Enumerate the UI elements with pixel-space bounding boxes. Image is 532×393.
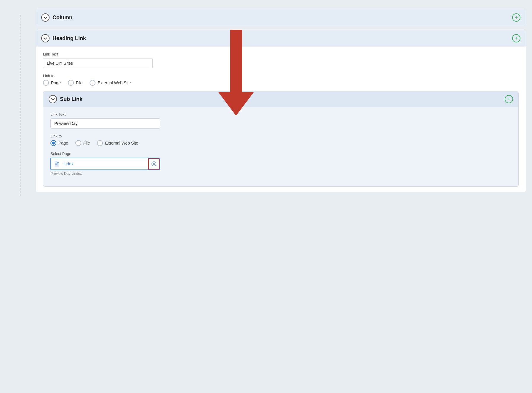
column-add-button[interactable]: + [512, 13, 520, 22]
left-sidebar [6, 9, 36, 196]
sub-link-radio-file-label: File [83, 141, 90, 145]
sub-link-text-group: Link Text [50, 112, 511, 129]
heading-link-title: Heading Link [52, 35, 86, 42]
heading-link-radio-page[interactable]: Page [43, 80, 61, 86]
heading-link-radio-external-circle [90, 80, 95, 86]
sidebar-line-1 [20, 15, 21, 105]
content-area: Column + Heading Link + [36, 9, 526, 196]
heading-link-radio-page-label: Page [51, 80, 61, 85]
sub-link-select-page-label: Select Page [50, 151, 511, 156]
sub-link-radio-file-circle [75, 140, 81, 146]
sub-link-radio-external[interactable]: External Web Site [97, 140, 138, 146]
heading-link-body: Link Text Link to Page File [36, 47, 526, 192]
sub-link-header-left: Sub Link [49, 95, 82, 103]
column-header-left: Column [41, 13, 72, 22]
sub-link-radio-group: Page File External Web Site [50, 140, 511, 146]
column-section: Column + [36, 9, 526, 26]
heading-link-section: Heading Link + Link Text Link to Page [36, 30, 526, 192]
sub-link-title: Sub Link [60, 96, 82, 102]
heading-link-to-label: Link to [43, 74, 519, 78]
heading-link-text-label: Link Text [43, 52, 519, 56]
page-wrapper: Column + Heading Link + [6, 9, 526, 196]
heading-link-radio-page-circle [43, 80, 49, 86]
column-collapse-button[interactable] [41, 13, 50, 22]
page-document-icon [51, 159, 62, 169]
sidebar-line-2 [20, 105, 21, 196]
sub-link-radio-external-label: External Web Site [105, 141, 138, 145]
heading-link-add-button[interactable]: + [512, 34, 520, 42]
heading-link-to-group: Link to Page File External Web Site [43, 74, 519, 86]
page-select-clear-button[interactable] [148, 158, 160, 169]
sub-link-radio-page-label: Page [58, 141, 68, 145]
heading-link-radio-file[interactable]: File [68, 80, 83, 86]
sub-link-collapse-button[interactable] [49, 95, 57, 103]
column-section-header: Column + [36, 9, 526, 26]
heading-link-text-input[interactable] [43, 58, 153, 68]
heading-link-radio-external-label: External Web Site [98, 80, 131, 85]
column-title: Column [52, 15, 72, 21]
sub-link-radio-external-circle [97, 140, 103, 146]
heading-link-radio-external[interactable]: External Web Site [90, 80, 131, 86]
sub-link-section: Sub Link + [43, 91, 519, 187]
heading-link-radio-file-label: File [76, 80, 83, 85]
heading-link-header-left: Heading Link [41, 34, 86, 42]
heading-link-radio-file-circle [68, 80, 74, 86]
sub-link-text-label: Link Text [50, 112, 511, 117]
heading-link-text-group: Link Text [43, 52, 519, 68]
sub-link-text-input[interactable] [50, 118, 160, 129]
selected-page-text: index [62, 159, 148, 169]
sub-link-page-select-wrapper: index [50, 158, 160, 170]
sub-link-to-label: Link to [50, 134, 511, 138]
sub-link-radio-file[interactable]: File [75, 140, 90, 146]
heading-link-header: Heading Link + [36, 30, 526, 47]
preview-url-text: Preview Day: /index [50, 172, 511, 176]
sub-link-radio-page-circle [50, 140, 56, 146]
heading-link-radio-group: Page File External Web Site [43, 80, 519, 86]
sub-link-select-page-group: Select Page index [50, 151, 511, 176]
heading-link-collapse-button[interactable] [41, 34, 50, 42]
sub-link-to-group: Link to Page File [50, 134, 511, 146]
sub-link-add-button[interactable]: + [505, 95, 513, 103]
sub-link-header: Sub Link + [43, 91, 518, 107]
sub-link-body: Link Text Link to Page [43, 107, 518, 186]
sub-link-radio-page[interactable]: Page [50, 140, 68, 146]
